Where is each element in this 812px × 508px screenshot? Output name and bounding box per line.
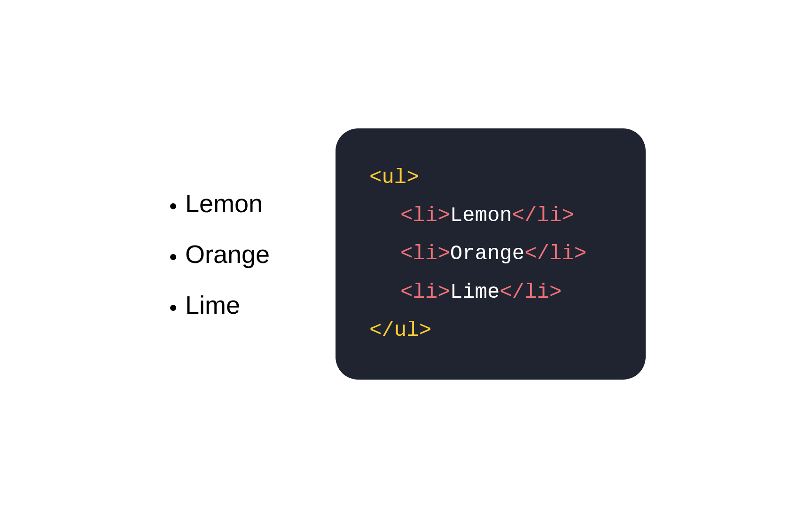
code-text: Orange bbox=[450, 242, 524, 265]
li-open-tag: <li> bbox=[400, 204, 450, 227]
ul-close-tag: </ul> bbox=[369, 318, 431, 342]
rendered-list: Lemon Orange Lime bbox=[166, 165, 270, 343]
list-item: Lemon bbox=[185, 190, 270, 216]
code-pre: <ul> <li>Lemon</li> <li>Orange</li> <li>… bbox=[369, 159, 612, 350]
list-item: Orange bbox=[185, 241, 270, 267]
ul-open-tag: <ul> bbox=[369, 166, 419, 189]
li-open-tag: <li> bbox=[400, 280, 450, 304]
list-item: Lime bbox=[185, 292, 270, 318]
code-text: Lime bbox=[450, 280, 500, 304]
code-block: <ul> <li>Lemon</li> <li>Orange</li> <li>… bbox=[336, 128, 646, 380]
li-open-tag: <li> bbox=[400, 242, 450, 265]
li-close-tag: </li> bbox=[500, 280, 562, 304]
content-container: Lemon Orange Lime <ul> <li>Lemon</li> <l… bbox=[0, 0, 812, 508]
li-close-tag: </li> bbox=[512, 204, 574, 227]
code-text: Lemon bbox=[450, 204, 512, 227]
li-close-tag: </li> bbox=[524, 242, 586, 265]
